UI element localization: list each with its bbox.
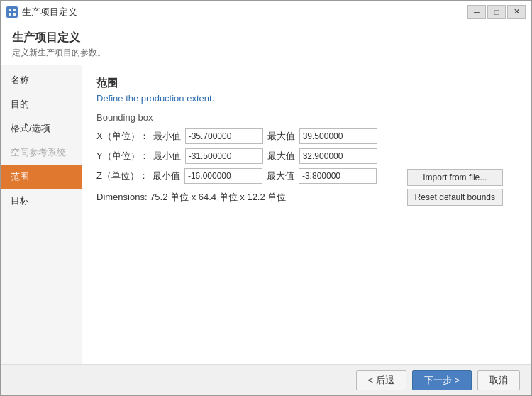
main-window: 生产项目定义 ─ □ ✕ 生产项目定义 定义新生产项目的参数。 名称 目的 格式… [0, 0, 532, 396]
y-max-input[interactable] [299, 148, 377, 164]
x-label: X（单位）： [96, 130, 149, 143]
app-icon [6, 6, 18, 18]
back-button[interactable]: < 后退 [356, 370, 406, 390]
sidebar-item-format[interactable]: 格式/选项 [1, 116, 82, 141]
bounding-box-label: Bounding box [96, 112, 517, 123]
sidebar-item-spatial: 空间参考系统 [1, 141, 82, 165]
x-min-input[interactable] [185, 128, 263, 144]
x-row: X（单位）： 最小值 最大值 [96, 128, 517, 144]
svg-rect-0 [9, 9, 11, 11]
section-subtitle: Define the production extent. [96, 93, 517, 104]
window-header: 生产项目定义 定义新生产项目的参数。 [1, 23, 531, 65]
y-max-label: 最大值 [267, 150, 295, 163]
y-row: Y（单位）： 最小值 最大值 [96, 148, 517, 164]
z-min-label: 最小值 [153, 170, 180, 182]
section-title: 范围 [96, 77, 517, 90]
footer: < 后退 下一步 > 取消 [1, 364, 531, 395]
z-max-input[interactable] [299, 168, 377, 184]
title-bar-text: 生产项目定义 [22, 6, 77, 18]
z-max-label: 最大值 [267, 170, 294, 182]
close-button[interactable]: ✕ [507, 5, 526, 19]
window-body: 名称 目的 格式/选项 空间参考系统 范围 目标 范围 Define the p… [1, 65, 531, 364]
reset-default-bounds-button[interactable]: Reset default bounds [407, 189, 503, 206]
content-inner: 范围 Define the production extent. Boundin… [96, 77, 517, 204]
sidebar: 名称 目的 格式/选项 空间参考系统 范围 目标 [1, 65, 82, 364]
sidebar-item-range[interactable]: 范围 [1, 165, 82, 189]
minimize-button[interactable]: ─ [467, 5, 486, 19]
y-min-input[interactable] [185, 148, 263, 164]
title-bar: 生产项目定义 ─ □ ✕ [1, 1, 531, 23]
cancel-button[interactable]: 取消 [477, 370, 520, 390]
next-button[interactable]: 下一步 > [412, 370, 472, 390]
svg-rect-2 [9, 13, 11, 16]
z-label: Z（单位）： [96, 170, 148, 182]
sidebar-item-target[interactable]: 目标 [1, 189, 82, 213]
window-subtitle: 定义新生产项目的参数。 [12, 47, 520, 59]
x-max-input[interactable] [299, 128, 377, 144]
title-bar-left: 生产项目定义 [6, 6, 77, 18]
svg-rect-3 [13, 13, 16, 16]
y-label: Y（单位）： [96, 150, 149, 163]
x-min-label: 最小值 [153, 130, 181, 143]
import-from-file-button[interactable]: Import from file... [407, 169, 503, 186]
sidebar-item-name[interactable]: 名称 [1, 68, 82, 92]
window-title: 生产项目定义 [12, 31, 520, 45]
content-area: 范围 Define the production extent. Boundin… [82, 65, 531, 364]
x-max-label: 最大值 [267, 130, 295, 143]
action-buttons: Import from file... Reset default bounds [407, 169, 503, 206]
y-min-label: 最小值 [153, 150, 181, 163]
maximize-button[interactable]: □ [487, 5, 506, 19]
sidebar-item-purpose[interactable]: 目的 [1, 92, 82, 116]
z-min-input[interactable] [184, 168, 262, 184]
window-controls: ─ □ ✕ [467, 5, 526, 19]
svg-rect-1 [13, 9, 16, 11]
